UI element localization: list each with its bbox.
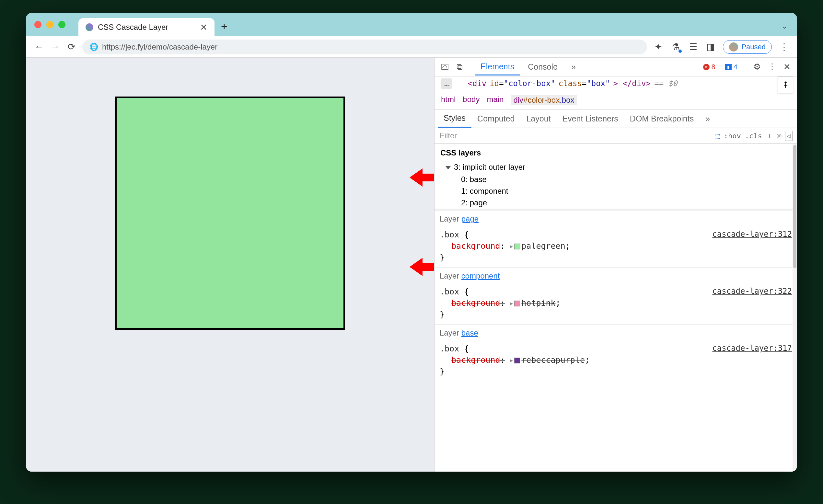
layers-toggle-icon[interactable]: ⬚ [716, 132, 720, 140]
breadcrumb-item-selected[interactable]: div#color-box.box [511, 95, 577, 105]
kebab-menu-button[interactable]: ⋮ [779, 41, 789, 52]
profile-paused-button[interactable]: Paused [723, 40, 772, 54]
new-tab-button[interactable]: + [221, 20, 227, 33]
color-box [115, 97, 345, 330]
color-swatch[interactable] [514, 358, 520, 363]
reading-list-icon[interactable]: ☰ [688, 41, 698, 52]
page-viewport [26, 58, 434, 472]
tab-event-listeners[interactable]: Event Listeners [557, 110, 624, 127]
tab-more[interactable]: » [565, 59, 582, 75]
rule-body[interactable]: cascade-layer:317 .box { background: ▶re… [435, 341, 797, 381]
layer-item[interactable]: 1: component [435, 185, 797, 197]
inspect-icon[interactable]: ⮹ [439, 62, 452, 72]
breadcrumb-item[interactable]: html [441, 95, 456, 105]
style-rule: Layer base cascade-layer:317 .box { back… [435, 324, 797, 381]
new-rule-button[interactable]: ＋ [766, 131, 773, 141]
annotation-arrow-1 [409, 167, 436, 189]
ellipsis-icon[interactable]: … [441, 78, 452, 89]
devtools-panel: ⤉ ⮹ ⧉ Elements Console » ✕8 ▮4 ⚙ ⋮ ✕ … <… [434, 58, 797, 472]
cls-button[interactable]: .cls [745, 132, 762, 140]
layer-item[interactable]: 0: base [435, 174, 797, 185]
error-count[interactable]: ✕8 [699, 62, 719, 72]
close-devtools-button[interactable]: ✕ [781, 62, 793, 72]
favicon-icon [86, 23, 93, 31]
annotation-arrow-2 [409, 257, 436, 279]
breadcrumb-item[interactable]: main [487, 95, 504, 105]
styles-filter-tools: ⬚ :hov .cls ＋ ⎚ ◁ [711, 131, 797, 141]
back-button[interactable]: ← [34, 42, 44, 52]
address-bar: ← → ⟳ 🌐 https://jec.fyi/demo/cascade-lay… [26, 36, 797, 58]
css-layers-title: CSS layers [435, 144, 797, 161]
source-link[interactable]: cascade-layer:312 [712, 229, 792, 240]
color-swatch[interactable] [514, 301, 520, 306]
minimize-window-button[interactable] [46, 21, 53, 28]
styles-filter-input[interactable]: Filter [435, 128, 711, 144]
devtools-menu-icon[interactable]: ⋮ [765, 62, 779, 72]
dom-breadcrumb: html body main div#color-box.box [435, 91, 797, 110]
source-link[interactable]: cascade-layer:322 [712, 286, 792, 297]
layer-link[interactable]: component [461, 272, 500, 280]
devtools-toolbar: ⮹ ⧉ Elements Console » ✕8 ▮4 ⚙ ⋮ ✕ [435, 58, 797, 76]
hov-button[interactable]: :hov [724, 132, 741, 140]
avatar-icon [729, 42, 738, 51]
maximize-window-button[interactable] [58, 21, 65, 28]
color-swatch[interactable] [514, 243, 520, 249]
tab-elements[interactable]: Elements [475, 59, 520, 75]
browser-tab[interactable]: CSS Cascade Layer ✕ [78, 18, 214, 36]
tab-dom-breakpoints[interactable]: DOM Breakpoints [624, 110, 699, 127]
svg-marker-0 [409, 168, 436, 187]
close-window-button[interactable] [34, 21, 41, 28]
sidebar-toggle-icon[interactable]: ◁ [785, 131, 793, 141]
tab-styles[interactable]: Styles [438, 110, 471, 128]
settings-icon[interactable]: ⚙ [751, 62, 764, 72]
computed-toggle-icon[interactable]: ⎚ [777, 132, 781, 140]
source-link[interactable]: cascade-layer:317 [712, 343, 792, 354]
styles-filter-row: Filter ⬚ :hov .cls ＋ ⎚ ◁ [435, 128, 797, 144]
selected-element[interactable]: … <div id="color-box" class="box" > </di… [435, 76, 797, 91]
toolbar-right: ✦ ⚗ ☰ ◨ Paused ⋮ [653, 40, 789, 54]
window-controls [34, 21, 65, 28]
info-count[interactable]: ▮4 [721, 62, 742, 72]
tab-more-styles[interactable]: » [699, 110, 716, 127]
layer-root[interactable]: 3: implicit outer layer [435, 161, 797, 174]
styles-body: CSS layers 3: implicit outer layer 0: ba… [435, 144, 797, 472]
forward-button[interactable]: → [50, 42, 60, 52]
tab-layout[interactable]: Layout [520, 110, 556, 127]
layer-link[interactable]: base [461, 328, 478, 337]
content-area: ⤉ ⮹ ⧉ Elements Console » ✕8 ▮4 ⚙ ⋮ ✕ … <… [26, 58, 797, 472]
browser-window: CSS Cascade Layer ✕ + ⌄ ← → ⟳ 🌐 https://… [26, 13, 797, 472]
rule-layer-label: Layer base [435, 325, 797, 341]
disclosure-triangle-icon[interactable] [446, 166, 451, 169]
rule-body[interactable]: cascade-layer:322 .box { background: ▶ho… [435, 284, 797, 324]
layer-item-selected[interactable]: 2: page [435, 197, 797, 209]
extensions-icon[interactable]: ✦ [653, 41, 663, 52]
tab-console[interactable]: Console [522, 59, 563, 75]
url-input[interactable]: 🌐 https://jec.fyi/demo/cascade-layer [82, 39, 647, 54]
svg-marker-1 [409, 258, 436, 276]
experiments-icon[interactable]: ⚗ [670, 41, 681, 52]
layer-link[interactable]: page [461, 214, 479, 223]
rule-body[interactable]: cascade-layer:312 .box { background: ▶pa… [435, 227, 797, 267]
rule-layer-label: Layer page [435, 211, 797, 227]
breadcrumb-item[interactable]: body [463, 95, 480, 105]
tab-title: CSS Cascade Layer [98, 23, 200, 32]
style-rule: Layer page cascade-layer:312 .box { back… [435, 209, 797, 267]
rule-layer-label: Layer component [435, 268, 797, 284]
tab-computed[interactable]: Computed [471, 110, 520, 127]
tabs-dropdown-button[interactable]: ⌄ [782, 22, 787, 30]
site-info-icon[interactable]: 🌐 [90, 43, 98, 51]
style-rule: Layer component cascade-layer:322 .box {… [435, 267, 797, 324]
reload-button[interactable]: ⟳ [66, 41, 76, 52]
tab-strip: CSS Cascade Layer ✕ + ⌄ [26, 13, 797, 36]
side-panel-icon[interactable]: ◨ [705, 41, 716, 52]
paused-label: Paused [742, 43, 766, 51]
styles-tabs: Styles Computed Layout Event Listeners D… [435, 110, 797, 128]
accessibility-icon[interactable]: ⤉ [778, 76, 793, 93]
close-tab-button[interactable]: ✕ [200, 22, 207, 33]
url-text: https://jec.fyi/demo/cascade-layer [102, 42, 217, 51]
device-toggle-icon[interactable]: ⧉ [454, 62, 465, 72]
